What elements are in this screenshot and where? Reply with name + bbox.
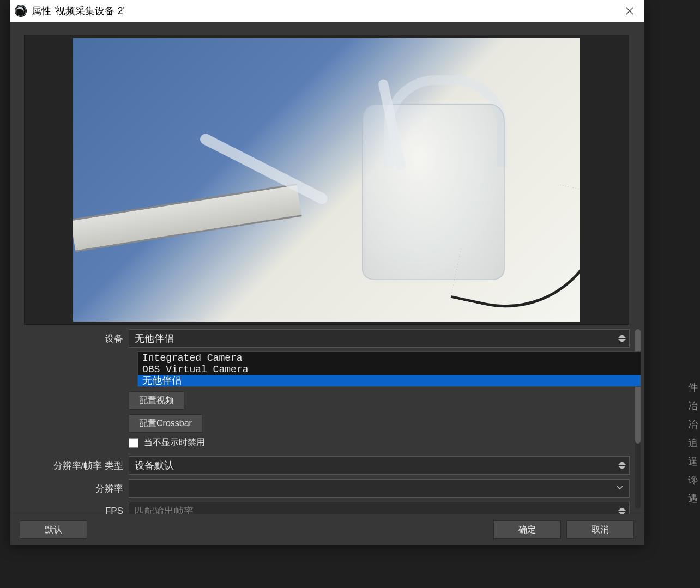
- configure-video-button[interactable]: 配置视频: [129, 391, 184, 410]
- device-select-value: 无他伴侣: [135, 332, 174, 345]
- video-preview: [24, 35, 629, 325]
- res-fps-type-label: 分辨率/帧率 类型: [24, 459, 129, 472]
- configure-crossbar-row: 配置Crossbar: [24, 414, 630, 433]
- deactivate-when-hidden-checkbox[interactable]: [129, 438, 138, 448]
- close-icon: [626, 7, 633, 15]
- device-dropdown[interactable]: Integrated Camera OBS Virtual Camera 无他伴…: [137, 351, 641, 387]
- deactivate-when-hidden-row: 当不显示时禁用: [24, 437, 630, 448]
- device-option-wuta[interactable]: 无他伴侣: [138, 375, 641, 386]
- close-button[interactable]: [620, 1, 639, 21]
- chevron-down-icon: [616, 483, 624, 494]
- configure-crossbar-button[interactable]: 配置Crossbar: [129, 414, 202, 433]
- window-title: 属性 '视频采集设备 2': [32, 4, 125, 17]
- dialog-buttonbar: 默认 确定 取消: [10, 514, 644, 545]
- resolution-label: 分辨率: [24, 482, 129, 495]
- configure-video-row: 配置视频: [24, 391, 630, 410]
- video-preview-image: [73, 38, 580, 322]
- ok-button[interactable]: 确定: [493, 520, 561, 539]
- properties-dialog: 属性 '视频采集设备 2' 设备 无他伴侣 Integrated Camera …: [10, 0, 644, 545]
- resolution-select[interactable]: [129, 479, 630, 498]
- defaults-button[interactable]: 默认: [20, 520, 87, 539]
- obs-icon: [14, 4, 27, 17]
- resolution-row: 分辨率: [24, 479, 630, 498]
- res-fps-type-row: 分辨率/帧率 类型 设备默认: [24, 456, 630, 475]
- device-label: 设备: [24, 332, 129, 345]
- device-select[interactable]: 无他伴侣: [129, 329, 630, 348]
- spinner-icon: [618, 333, 626, 344]
- deactivate-when-hidden-label: 当不显示时禁用: [144, 437, 205, 448]
- properties-form: 设备 无他伴侣 Integrated Camera OBS Virtual Ca…: [24, 329, 630, 525]
- device-option-obs-virtual-camera[interactable]: OBS Virtual Camera: [138, 363, 641, 375]
- background-hints: 件冶冶追逞谗遇: [688, 378, 698, 508]
- cancel-button[interactable]: 取消: [566, 520, 634, 539]
- titlebar: 属性 '视频采集设备 2': [10, 0, 644, 22]
- spinner-icon: [618, 460, 626, 471]
- device-option-integrated-camera[interactable]: Integrated Camera: [138, 352, 641, 363]
- device-row: 设备 无他伴侣: [24, 329, 630, 348]
- res-fps-type-value: 设备默认: [135, 459, 174, 472]
- res-fps-type-select[interactable]: 设备默认: [129, 456, 630, 475]
